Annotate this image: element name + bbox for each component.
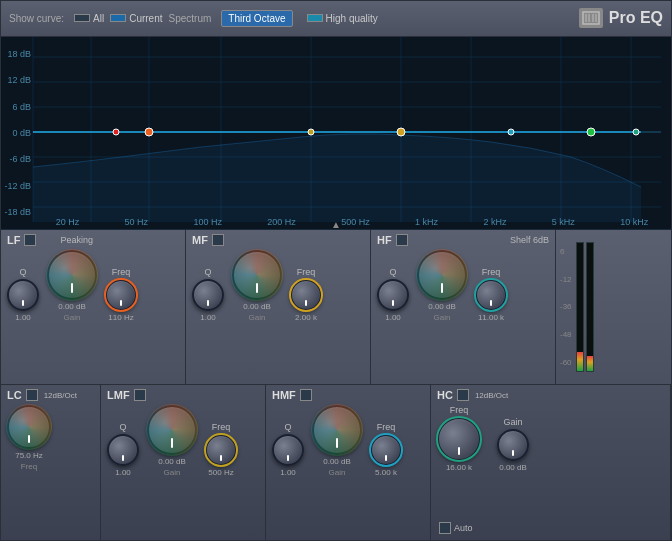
lmf-knobs: Q 1.00 0.00 dB Gain [107, 405, 259, 477]
hf-q-indicator [392, 300, 394, 306]
hc-freq-knob[interactable] [437, 417, 481, 461]
db-label-n6: -6 dB [3, 154, 31, 164]
lf-toggle[interactable] [24, 234, 36, 246]
hf-freq-ring [474, 278, 508, 312]
hmf-q-group: Q 1.00 [272, 422, 304, 477]
db-label-n18: -18 dB [3, 207, 31, 217]
lmf-q-value: 1.00 [115, 468, 131, 477]
lmf-q-knob[interactable] [107, 434, 139, 466]
mf-q-label: Q [204, 267, 211, 277]
lf-section: LF Peaking Q 1.00 [1, 230, 186, 384]
lf-knobs: Q 1.00 0.00 dB Gain [7, 250, 179, 322]
freq-100hz: 100 Hz [193, 217, 222, 227]
hc-section: HC 12dB/Oct Freq 16.00 k Gain [431, 385, 671, 540]
lf-gain-value: 0.00 dB [58, 302, 86, 311]
hmf-name: HMF [272, 389, 296, 401]
hmf-q-knob[interactable] [272, 434, 304, 466]
hc-gain-knob[interactable] [497, 429, 529, 461]
hq-indicator [307, 14, 323, 22]
hf-gain-value: 0.00 dB [428, 302, 456, 311]
freq-10khz: 10 kHz [620, 217, 648, 227]
freq-1khz: 1 kHz [415, 217, 438, 227]
lf-q-indicator [22, 300, 24, 306]
lc-section: LC 12dB/Oct 75.0 Hz Freq [1, 385, 101, 540]
lf-freq-value: 110 Hz [108, 313, 133, 322]
lf-header: LF Peaking [7, 234, 179, 246]
lmf-freq-ring [204, 433, 238, 467]
mf-gain-knob[interactable] [232, 250, 282, 300]
freq-2khz: 2 kHz [483, 217, 506, 227]
hmf-gain-knob[interactable] [312, 405, 362, 455]
mf-freq-knob[interactable] [290, 279, 322, 311]
hf-q-label: Q [389, 267, 396, 277]
lf-gain-knob[interactable] [47, 250, 97, 300]
auto-btn[interactable]: Auto [437, 516, 664, 536]
all-curve-btn[interactable]: All [74, 13, 104, 24]
hf-shelf-label: Shelf 6dB [510, 235, 549, 245]
hq-btn[interactable]: High quality [307, 13, 378, 24]
auto-toggle[interactable] [439, 522, 451, 534]
auto-label: Auto [454, 523, 473, 533]
lmf-section: LMF Q 1.00 [101, 385, 266, 540]
lmf-toggle[interactable] [134, 389, 146, 401]
hf-freq-value: 11.00 k [478, 313, 504, 322]
hf-freq-knob[interactable] [475, 279, 507, 311]
mf-name: MF [192, 234, 208, 246]
hf-header: HF Shelf 6dB [377, 234, 549, 246]
bands-top: LF Peaking Q 1.00 [1, 230, 671, 385]
hc-gain-group: Gain 0.00 dB [497, 417, 529, 472]
mf-freq-value: 2.00 k [295, 313, 317, 322]
hf-q-group: Q 1.00 [377, 267, 409, 322]
lc-name: LC [7, 389, 22, 401]
mf-freq-group: Freq 2.00 k [290, 267, 322, 322]
lc-freq-knob[interactable] [7, 405, 51, 449]
lmf-gain-ring [146, 404, 198, 456]
lmf-gain-label: Gain [164, 468, 181, 477]
current-curve-indicator [110, 14, 126, 22]
current-curve-btn[interactable]: Current [110, 13, 162, 24]
hmf-freq-indicator [385, 455, 387, 461]
hf-gain-label: Gain [434, 313, 451, 322]
lc-freq-group: 75.0 Hz Freq [7, 405, 51, 471]
lc-freq-value: 75.0 Hz [15, 451, 43, 460]
lc-toggle[interactable] [26, 389, 38, 401]
hc-name: HC [437, 389, 453, 401]
svg-point-27 [633, 129, 639, 135]
mf-toggle[interactable] [212, 234, 224, 246]
lmf-gain-knob[interactable] [147, 405, 197, 455]
lc-header: LC 12dB/Oct [7, 389, 94, 401]
hc-freq-indicator [458, 447, 460, 455]
collapse-arrow[interactable]: ▲ [326, 219, 346, 229]
hmf-gain-value: 0.00 dB [323, 457, 351, 466]
show-curve-label: Show curve: [9, 13, 64, 24]
logo-text: Pro EQ [609, 9, 663, 27]
all-curve-indicator [74, 14, 90, 22]
hf-q-knob[interactable] [377, 279, 409, 311]
hf-gain-ring [416, 249, 468, 301]
hf-toggle[interactable] [396, 234, 408, 246]
spectrum-dropdown[interactable]: Third Octave [221, 10, 292, 27]
top-bar: Show curve: All Current Spectrum Third O… [1, 1, 671, 37]
lf-freq-knob[interactable] [105, 279, 137, 311]
eq-display[interactable]: 18 dB 12 dB 6 dB 0 dB -6 dB -12 dB -18 d… [1, 37, 671, 230]
hf-gain-knob[interactable] [417, 250, 467, 300]
current-curve-label: Current [129, 13, 162, 24]
hmf-toggle[interactable] [300, 389, 312, 401]
mf-gain-group: 0.00 dB Gain [232, 250, 282, 322]
svg-point-23 [587, 128, 595, 136]
lf-q-knob[interactable] [7, 279, 39, 311]
mf-q-knob[interactable] [192, 279, 224, 311]
eq-grid-svg [1, 37, 671, 229]
hmf-freq-knob[interactable] [370, 434, 402, 466]
mf-freq-ring [289, 278, 323, 312]
bands-bottom: LC 12dB/Oct 75.0 Hz Freq [1, 385, 671, 540]
lf-q-label: Q [19, 267, 26, 277]
mf-gain-value: 0.00 dB [243, 302, 271, 311]
svg-point-24 [113, 129, 119, 135]
hc-freq-label: Freq [450, 405, 469, 415]
svg-point-26 [508, 129, 514, 135]
hc-toggle[interactable] [457, 389, 469, 401]
mf-q-indicator [207, 300, 209, 306]
lmf-freq-knob[interactable] [205, 434, 237, 466]
freq-50hz: 50 Hz [125, 217, 149, 227]
